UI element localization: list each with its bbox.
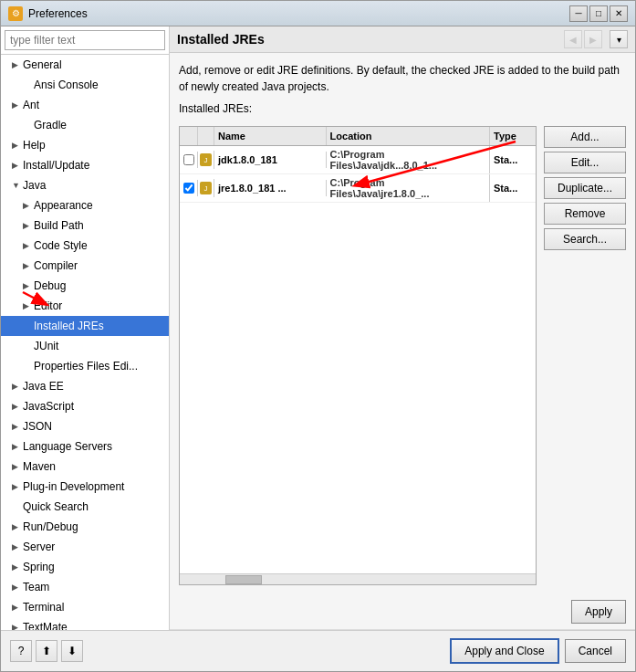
col-name-header[interactable]: Name: [214, 127, 327, 145]
main-content: ▶GeneralAnsi Console▶AntGradle▶Help▶Inst…: [1, 26, 635, 630]
tree-arrow-help: ▶: [12, 137, 21, 153]
jre-checkbox-jdk181[interactable]: [180, 152, 198, 168]
tree-item-debug[interactable]: ▶Debug: [1, 276, 169, 296]
tree-item-javascript[interactable]: ▶JavaScript: [1, 396, 169, 416]
tree-arrow-textmate: ▶: [12, 619, 21, 630]
action-buttons: Add... Edit... Duplicate... Remove Searc…: [544, 126, 626, 585]
bottom-left-icons: ? ⬆ ⬇: [10, 640, 83, 662]
tree-item-general[interactable]: ▶General: [1, 55, 169, 75]
tree-label-team: Team: [23, 579, 49, 595]
tree-item-code-style[interactable]: ▶Code Style: [1, 236, 169, 256]
scrollbar-thumb[interactable]: [225, 575, 262, 584]
tree-item-json[interactable]: ▶JSON: [1, 416, 169, 436]
tree-item-server[interactable]: ▶Server: [1, 537, 169, 557]
tree-arrow-compiler: ▶: [23, 257, 32, 274]
jre-name-jre181: jre1.8.0_181 ...: [214, 180, 327, 196]
tree-item-ant[interactable]: ▶Ant: [1, 95, 169, 115]
import-button[interactable]: ⬇: [61, 640, 83, 662]
tree-item-junit[interactable]: JUnit: [1, 336, 169, 356]
toolbar-icons: ◀ ▶ ▾: [564, 30, 628, 48]
tree-item-ansi-console[interactable]: Ansi Console: [1, 75, 169, 95]
tree-item-spring[interactable]: ▶Spring: [1, 557, 169, 577]
tree-item-java-ee[interactable]: ▶Java EE: [1, 376, 169, 396]
jre-row-jdk181[interactable]: J jdk1.8.0_181 C:\Program Files\Java\jdk…: [180, 146, 536, 174]
jre-checkbox-jre181[interactable]: [180, 180, 198, 196]
tree-arrow-terminal: ▶: [12, 599, 21, 615]
tree-label-language-servers: Language Servers: [23, 438, 112, 455]
window-controls: ─ □ ✕: [569, 5, 628, 22]
tree-label-server: Server: [23, 539, 55, 555]
tree-arrow-general: ▶: [12, 57, 21, 73]
edit-button[interactable]: Edit...: [544, 152, 626, 173]
tree-item-maven[interactable]: ▶Maven: [1, 457, 169, 477]
tree-arrow-install-update: ▶: [12, 157, 21, 173]
tree-item-gradle[interactable]: Gradle: [1, 115, 169, 135]
col-check-header: [180, 127, 198, 145]
tree-arrow-json: ▶: [12, 418, 21, 435]
tree-label-textmate: TextMate: [23, 619, 68, 630]
tree-arrow-java-ee: ▶: [12, 378, 21, 394]
col-location-header[interactable]: Location: [327, 127, 490, 145]
tree-arrow-server: ▶: [12, 539, 21, 555]
table-empty-area: [180, 203, 536, 573]
tree-label-java-ee: Java EE: [23, 378, 64, 394]
jre-type-jdk181: Sta...: [490, 152, 536, 168]
filter-box: [1, 26, 169, 55]
search-button[interactable]: Search...: [544, 228, 626, 250]
jre-type-jre181: Sta...: [490, 180, 536, 196]
tree-label-terminal: Terminal: [23, 599, 64, 615]
col-icon-header: [198, 127, 214, 145]
tree-arrow-editor: ▶: [23, 298, 32, 314]
tree-label-ant: Ant: [23, 97, 39, 113]
tree-label-json: JSON: [23, 418, 52, 435]
tree-item-build-path[interactable]: ▶Build Path: [1, 215, 169, 236]
tree-arrow-team: ▶: [12, 579, 21, 595]
tree-item-editor[interactable]: ▶Editor: [1, 296, 169, 316]
jre-row-jre181[interactable]: J jre1.8.0_181 ... C:\Program Files\Java…: [180, 174, 536, 203]
tree-item-compiler[interactable]: ▶Compiler: [1, 256, 169, 276]
filter-input[interactable]: [5, 30, 165, 50]
tree-item-properties-files[interactable]: Properties Files Edi...: [1, 356, 169, 376]
help-button[interactable]: ?: [10, 640, 32, 662]
jre-location-jre181: C:\Program Files\Java\jre1.8.0_...: [327, 174, 490, 202]
remove-button[interactable]: Remove: [544, 203, 626, 225]
cancel-button[interactable]: Cancel: [565, 639, 626, 663]
dropdown-button[interactable]: ▾: [610, 30, 628, 48]
section-label: Installed JREs:: [179, 102, 626, 115]
export-button[interactable]: ⬆: [36, 640, 57, 662]
close-button[interactable]: ✕: [610, 5, 628, 22]
col-type-header[interactable]: Type: [490, 127, 536, 145]
tree-item-java[interactable]: ▼Java: [1, 175, 169, 195]
left-panel: ▶GeneralAnsi Console▶AntGradle▶Help▶Inst…: [1, 26, 170, 630]
jre-icon-jre181: J: [198, 179, 214, 197]
tree-item-run-debug[interactable]: ▶Run/Debug: [1, 517, 169, 537]
jre-icon-jdk181: J: [198, 151, 214, 169]
table-scrollbar[interactable]: [180, 573, 536, 584]
tree-item-help[interactable]: ▶Help: [1, 135, 169, 155]
tree-item-team[interactable]: ▶Team: [1, 577, 169, 597]
back-button[interactable]: ◀: [564, 30, 582, 48]
tree-label-java: Java: [23, 177, 46, 194]
tree-arrow-code-style: ▶: [23, 237, 32, 254]
tree-item-appearance[interactable]: ▶Appearance: [1, 195, 169, 215]
panel-description: Add, remove or edit JRE definitions. By …: [179, 62, 626, 95]
apply-button[interactable]: Apply: [571, 600, 626, 624]
tree-label-run-debug: Run/Debug: [23, 519, 78, 535]
tree-item-quick-search[interactable]: Quick Search: [1, 497, 169, 517]
tree-arrow-maven: ▶: [12, 458, 21, 475]
tree-item-textmate[interactable]: ▶TextMate: [1, 617, 169, 630]
apply-close-button[interactable]: Apply and Close: [450, 638, 558, 664]
tree-item-language-servers[interactable]: ▶Language Servers: [1, 436, 169, 457]
tree-container[interactable]: ▶GeneralAnsi Console▶AntGradle▶Help▶Inst…: [1, 55, 169, 630]
maximize-button[interactable]: □: [589, 5, 608, 22]
tree-item-plugin-development[interactable]: ▶Plug-in Development: [1, 477, 169, 497]
tree-item-installed-jres[interactable]: Installed JREs: [1, 316, 169, 336]
jre-type-icon-jdk181: J: [200, 153, 212, 166]
duplicate-button[interactable]: Duplicate...: [544, 177, 626, 199]
tree-item-terminal[interactable]: ▶Terminal: [1, 597, 169, 617]
minimize-button[interactable]: ─: [569, 5, 588, 22]
tree-item-install-update[interactable]: ▶Install/Update: [1, 155, 169, 175]
add-button[interactable]: Add...: [544, 126, 626, 148]
jre-location-jdk181: C:\Program Files\Java\jdk...8.0_1...: [327, 146, 490, 173]
forward-button[interactable]: ▶: [584, 30, 602, 48]
